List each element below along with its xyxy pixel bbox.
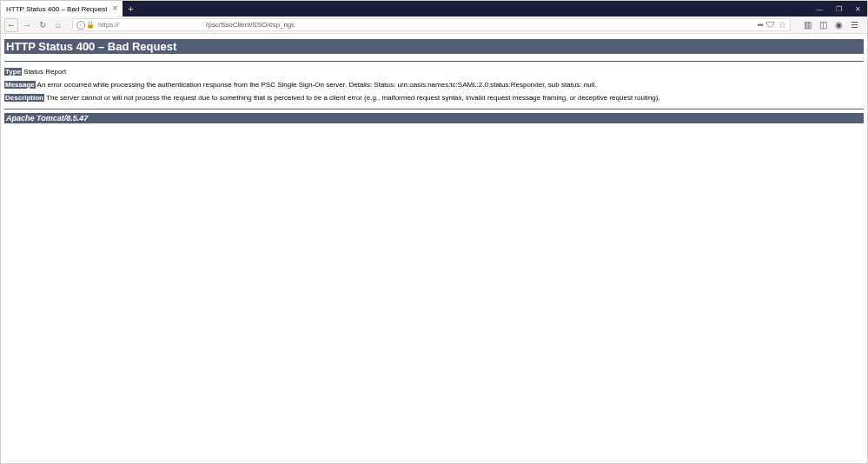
reload-button[interactable]: ↻: [36, 18, 50, 32]
url-path: /psc/SsoClient/SSO/csp_ngc: [206, 21, 295, 29]
url-text: https:// /psc/SsoClient/SSO/csp_ngc: [98, 21, 754, 29]
titlebar: HTTP Status 400 – Bad Request × + — ❐ ✕: [1, 1, 867, 17]
toolbar-right: ▥ ◫ ◉ ☰: [798, 20, 864, 30]
minimize-button[interactable]: —: [810, 1, 829, 17]
message-label: Message: [4, 81, 36, 89]
extension-icon[interactable]: ◉: [832, 20, 845, 30]
back-button[interactable]: ←: [4, 18, 18, 32]
tab-active[interactable]: HTTP Status 400 – Bad Request ×: [1, 1, 123, 17]
divider: [4, 109, 864, 109]
message-row: Message An error occurred while processi…: [4, 78, 864, 91]
address-bar[interactable]: i 🔒 https:// /psc/SsoClient/SSO/csp_ngc …: [72, 18, 791, 31]
window-controls: — ❐ ✕: [810, 1, 867, 17]
description-value: The server cannot or will not process th…: [44, 94, 660, 102]
lock-icon: 🔒: [86, 21, 95, 29]
page-title: HTTP Status 400 – Bad Request: [4, 39, 864, 54]
page-content: HTTP Status 400 – Bad Request Type Statu…: [1, 34, 867, 129]
tabs: HTTP Status 400 – Bad Request × +: [1, 1, 139, 17]
library-icon[interactable]: ▥: [801, 20, 813, 30]
type-label: Type: [4, 68, 22, 76]
info-icon: i: [76, 21, 85, 30]
sidebar-icon[interactable]: ◫: [817, 20, 829, 30]
url-protocol: https://: [98, 21, 119, 29]
maximize-button[interactable]: ❐: [829, 1, 848, 17]
close-icon[interactable]: ×: [112, 4, 117, 13]
home-button[interactable]: ⌂: [51, 18, 65, 32]
address-actions: ••• 🛡 ☆: [754, 20, 790, 30]
type-row: Type Status Report: [4, 65, 864, 78]
new-tab-button[interactable]: +: [123, 1, 138, 17]
description-row: Description The server cannot or will no…: [4, 91, 864, 104]
site-identity[interactable]: i 🔒: [73, 21, 98, 30]
close-window-button[interactable]: ✕: [848, 1, 867, 17]
toolbar: ← → ↻ ⌂ i 🔒 https:// /psc/SsoClient/SSO/…: [1, 17, 867, 34]
server-version: Apache Tomcat/8.5.47: [4, 113, 864, 123]
forward-button[interactable]: →: [20, 18, 34, 32]
menu-icon[interactable]: ☰: [848, 20, 860, 30]
message-value: An error occurred while processing the a…: [36, 81, 597, 89]
bookmark-star-icon[interactable]: ☆: [779, 20, 786, 30]
tab-title: HTTP Status 400 – Bad Request: [6, 5, 107, 13]
type-value: Status Report: [22, 68, 66, 76]
description-label: Description: [4, 94, 44, 102]
tracking-shield-icon[interactable]: 🛡: [766, 20, 775, 30]
divider: [4, 61, 864, 62]
page-actions-icon[interactable]: •••: [758, 21, 763, 30]
